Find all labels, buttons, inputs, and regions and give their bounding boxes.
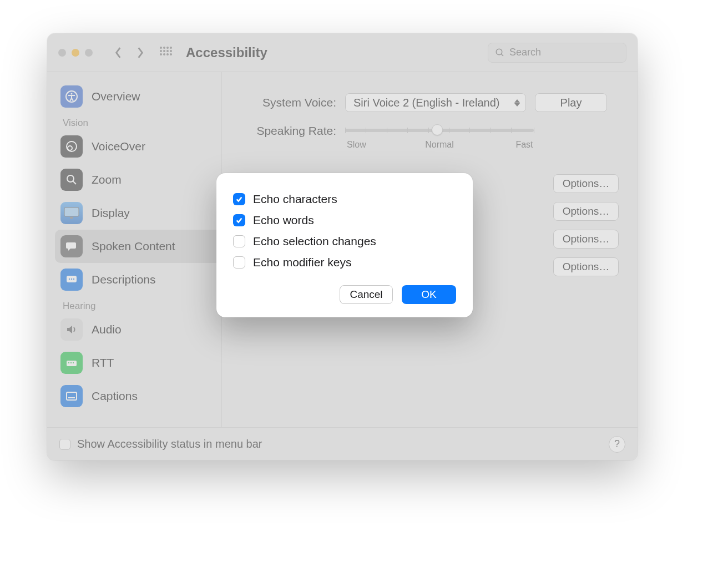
echo-characters-option[interactable]: Echo characters <box>233 189 456 210</box>
option-label: Echo modifier keys <box>253 256 351 269</box>
cancel-label: Cancel <box>350 288 382 301</box>
option-label: Echo selection changes <box>253 235 376 248</box>
echo-words-checkbox[interactable] <box>233 214 245 226</box>
echo-characters-checkbox[interactable] <box>233 193 245 205</box>
option-label: Echo characters <box>253 193 337 206</box>
option-label: Echo words <box>253 214 314 227</box>
echo-selection-changes-option[interactable]: Echo selection changes <box>233 231 456 252</box>
checkmark-icon <box>235 195 243 203</box>
echo-selection-changes-checkbox[interactable] <box>233 235 245 247</box>
cancel-button[interactable]: Cancel <box>340 285 393 304</box>
echo-modifier-keys-checkbox[interactable] <box>233 256 245 269</box>
echo-words-option[interactable]: Echo words <box>233 210 456 231</box>
checkmark-icon <box>235 216 243 224</box>
typing-feedback-dialog: Echo characters Echo words Echo selectio… <box>216 173 473 317</box>
ok-label: OK <box>421 288 436 301</box>
echo-modifier-keys-option[interactable]: Echo modifier keys <box>233 252 456 273</box>
ok-button[interactable]: OK <box>402 285 456 304</box>
